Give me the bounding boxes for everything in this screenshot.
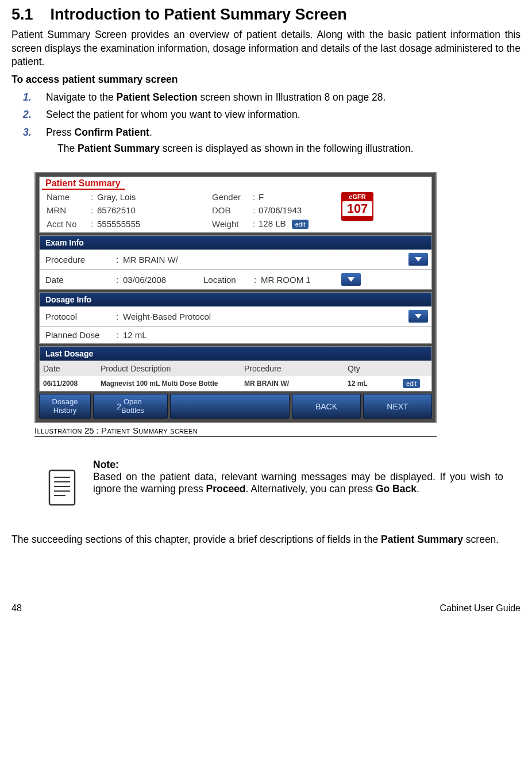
step-number: 2. bbox=[23, 108, 46, 122]
step-text: Navigate to the Patient Selection screen… bbox=[46, 90, 521, 105]
planned-dose-row: Planned Dose : 12 mL bbox=[40, 327, 431, 343]
next-button[interactable]: NEXT bbox=[363, 394, 432, 419]
patient-summary-tab: Patient Summary bbox=[42, 177, 125, 190]
dosage-info-panel: Dosage Info Protocol : Weight-Based Prot… bbox=[39, 292, 432, 344]
col-qty: Qty bbox=[348, 364, 399, 373]
illustration-figure: Patient Summary Name : Gray, Lois Gender… bbox=[34, 172, 437, 437]
protocol-value: Weight-Based Protocol bbox=[123, 312, 408, 321]
last-dosage-header: Last Dosage bbox=[40, 347, 431, 361]
egfr-badge: eGFR 107 bbox=[341, 192, 373, 221]
mrn-label: MRN bbox=[47, 205, 87, 215]
name-label: Name bbox=[47, 192, 87, 202]
procedure-label: Procedure bbox=[45, 255, 111, 264]
dosage-info-header: Dosage Info bbox=[40, 293, 431, 306]
last-dosage-table-row: 06/11/2008 Magnevist 100 mL Multi Dose B… bbox=[40, 376, 431, 391]
open-bottles-count: 2 bbox=[117, 402, 121, 411]
note-block: Note: Based on the patient data, relevan… bbox=[46, 459, 521, 509]
procedure-dropdown[interactable] bbox=[408, 253, 428, 266]
location-dropdown[interactable] bbox=[341, 273, 361, 286]
row-product: Magnevist 100 mL Multi Dose Bottle bbox=[101, 379, 218, 388]
svg-marker-1 bbox=[348, 277, 354, 282]
weight-value: 128 LB edit bbox=[259, 218, 327, 229]
note-icon bbox=[46, 468, 80, 509]
gender-label: Gender bbox=[212, 192, 249, 202]
open-bottles-button[interactable]: 2 Open Bottles bbox=[93, 394, 168, 419]
row-date: 06/11/2008 bbox=[43, 379, 78, 388]
closing-paragraph: The succeeding sections of this chapter,… bbox=[11, 534, 521, 546]
chevron-down-icon bbox=[415, 314, 422, 319]
row-procedure: MR BRAIN W/ bbox=[244, 379, 289, 388]
name-value: Gray, Lois bbox=[97, 192, 212, 202]
protocol-row: Protocol : Weight-Based Protocol bbox=[40, 306, 431, 327]
gender-value: F bbox=[259, 192, 327, 202]
note-label: Note: bbox=[93, 459, 119, 470]
procedure-value: MR BRAIN W/ bbox=[123, 255, 408, 264]
dob-label: DOB bbox=[212, 205, 249, 215]
protocol-label: Protocol bbox=[45, 312, 111, 321]
page-footer: 48 Cabinet User Guide bbox=[11, 603, 521, 614]
svg-marker-2 bbox=[415, 314, 422, 319]
row-qty: 12 mL bbox=[348, 379, 368, 388]
weight-label: Weight bbox=[212, 219, 249, 229]
patient-summary-panel: Patient Summary Name : Gray, Lois Gender… bbox=[39, 177, 432, 233]
col-procedure: Procedure bbox=[244, 364, 348, 373]
mrn-value: 65762510 bbox=[97, 205, 212, 215]
note-text: Note: Based on the patient data, relevan… bbox=[93, 459, 521, 495]
dosage-history-button[interactable]: Dosage History bbox=[39, 394, 91, 419]
patient-summary-screenshot: Patient Summary Name : Gray, Lois Gender… bbox=[34, 172, 437, 423]
intro-paragraph: Patient Summary Screen provides an overv… bbox=[11, 28, 521, 69]
last-dosage-table-header: Date Product Description Procedure Qty bbox=[40, 361, 431, 376]
location-label: Location bbox=[203, 275, 249, 285]
egfr-value: 107 bbox=[342, 201, 372, 216]
col-date: Date bbox=[43, 364, 101, 373]
access-heading: To access patient summary screen bbox=[11, 74, 521, 86]
chevron-down-icon bbox=[348, 277, 354, 282]
edit-dosage-button[interactable]: edit bbox=[403, 379, 420, 388]
exam-date-label: Date bbox=[45, 275, 111, 285]
date-row: Date : 03/06/2008 Location : MR ROOM 1 bbox=[40, 270, 431, 289]
exam-date-value: 03/06/2008 bbox=[123, 275, 203, 285]
section-number: 5.1 bbox=[11, 6, 33, 23]
step-text: Select the patient for whom you want to … bbox=[46, 108, 521, 122]
step-text: Press Confirm Patient. bbox=[46, 125, 521, 140]
step-3: 3. Press Confirm Patient. bbox=[23, 125, 521, 140]
step-1: 1. Navigate to the Patient Selection scr… bbox=[23, 90, 521, 105]
dob-value: 07/06/1943 bbox=[259, 205, 327, 215]
footer-spacer bbox=[170, 394, 290, 419]
acct-value: 555555555 bbox=[97, 219, 212, 229]
section-heading: 5.1 Introduction to Patient Summary Scre… bbox=[11, 6, 521, 24]
planned-dose-value: 12 mL bbox=[123, 330, 431, 340]
last-dosage-panel: Last Dosage Date Product Description Pro… bbox=[39, 346, 432, 392]
back-button[interactable]: BACK bbox=[292, 394, 361, 419]
edit-weight-button[interactable]: edit bbox=[292, 220, 309, 229]
col-product: Product Description bbox=[101, 364, 244, 373]
chevron-down-icon bbox=[415, 257, 422, 262]
footer-bar: Dosage History 2 Open Bottles BACK NEXT bbox=[39, 394, 432, 419]
svg-marker-0 bbox=[415, 257, 422, 262]
patient-info-grid: Name : Gray, Lois Gender : F eGFR 107 MR… bbox=[40, 190, 431, 232]
exam-info-panel: Exam Info Procedure : MR BRAIN W/ Date :… bbox=[39, 235, 432, 290]
page-number: 48 bbox=[11, 603, 22, 614]
illustration-caption: Illustration 25 : Patient Summary screen bbox=[34, 424, 437, 437]
step-number: 3. bbox=[23, 125, 46, 140]
location-value: MR ROOM 1 bbox=[261, 275, 341, 285]
exam-info-header: Exam Info bbox=[40, 236, 431, 250]
steps-list: 1. Navigate to the Patient Selection scr… bbox=[23, 90, 521, 155]
section-title: Introduction to Patient Summary Screen bbox=[51, 6, 347, 23]
step-sub-text: The Patient Summary screen is displayed … bbox=[57, 143, 521, 155]
footer-title: Cabinet User Guide bbox=[440, 603, 521, 614]
step-2: 2. Select the patient for whom you want … bbox=[23, 108, 521, 122]
egfr-label: eGFR bbox=[341, 193, 373, 200]
svg-rect-3 bbox=[49, 470, 75, 505]
acct-label: Acct No bbox=[47, 219, 87, 229]
procedure-row: Procedure : MR BRAIN W/ bbox=[40, 250, 431, 270]
protocol-dropdown[interactable] bbox=[408, 310, 428, 323]
step-number: 1. bbox=[23, 90, 46, 105]
planned-dose-label: Planned Dose bbox=[45, 330, 111, 340]
